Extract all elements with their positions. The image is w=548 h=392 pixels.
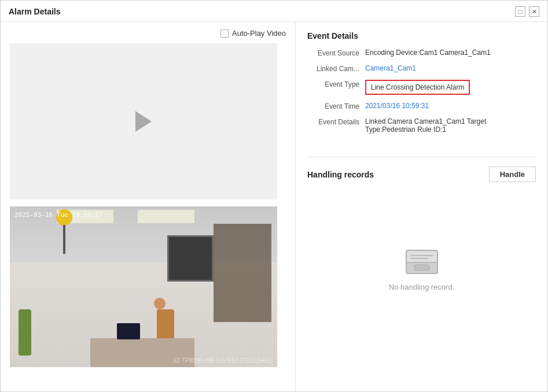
right-panel: Event Details Event Source Encoding Devi… <box>296 22 547 391</box>
play-icon <box>135 111 152 132</box>
video-placeholder[interactable] <box>10 43 277 199</box>
green-tank <box>19 309 31 356</box>
linked-cam-value: Camera1_Cam1 <box>365 64 536 72</box>
handle-button[interactable]: Handle <box>489 167 536 182</box>
minimize-button[interactable]: □ <box>515 6 525 17</box>
event-time-row: Event Time 2021/03/16 10:59:31 <box>307 102 536 110</box>
window-element <box>167 235 214 282</box>
inbox-icon <box>406 250 438 274</box>
alarm-details-window: Alarm Details □ ✕ Auto-Play Video <box>0 0 548 392</box>
content-area: Auto-Play Video <box>1 22 547 391</box>
event-details-table: Event Source Encoding Device:Cam1 Camera… <box>307 49 536 140</box>
svg-rect-2 <box>414 265 429 271</box>
close-button[interactable]: ✕ <box>529 6 539 17</box>
scene <box>10 206 277 367</box>
event-source-row: Event Source Encoding Device:Cam1 Camera… <box>307 49 536 57</box>
snapshot-watermark: S2-TP8090-HIA-IUS-N12 (T21515492) <box>173 357 273 364</box>
title-bar: Alarm Details □ ✕ <box>1 1 547 22</box>
no-record-text: No handling record. <box>389 283 454 291</box>
ceiling-light-2 <box>137 209 195 224</box>
autoplay-checkbox[interactable] <box>220 29 229 38</box>
camera-snapshot: 2021-03-16 Tue 10:59:27 S2-TP8090-HIA-IU… <box>10 206 277 367</box>
event-details-value: Linked Camera Camera1_Cam1 Target Type:P… <box>365 117 536 134</box>
event-source-value: Encoding Device:Cam1 Camera1_Cam1 <box>365 49 536 57</box>
event-type-value: Line Crossing Detection Alarm <box>365 80 470 95</box>
linked-cam-row: Linked Cam... Camera1_Cam1 <box>307 64 536 73</box>
monitor <box>117 323 140 339</box>
handling-header: Handling records Handle <box>307 167 536 182</box>
event-type-row: Event Type Line Crossing Detection Alarm <box>307 80 536 95</box>
window-controls: □ ✕ <box>515 6 539 17</box>
event-details-row: Event Details Linked Camera Camera1_Cam1… <box>307 117 536 134</box>
window-title: Alarm Details <box>9 7 60 16</box>
event-details-label: Event Details <box>307 117 365 126</box>
event-type-label: Event Type <box>307 80 365 88</box>
handling-records-title: Handling records <box>307 170 374 179</box>
autoplay-label: Auto-Play Video <box>232 29 286 38</box>
left-panel: Auto-Play Video <box>1 22 296 391</box>
linked-cam-label: Linked Cam... <box>307 64 365 73</box>
event-time-label: Event Time <box>307 102 365 110</box>
event-source-label: Event Source <box>307 49 365 57</box>
event-time-value: 2021/03/16 10:59:31 <box>365 102 429 110</box>
autoplay-row: Auto-Play Video <box>10 29 286 38</box>
event-details-title: Event Details <box>307 31 536 40</box>
no-record-icon <box>406 250 438 276</box>
hanging-line <box>63 225 65 254</box>
shelf-area <box>214 224 271 322</box>
no-record-area: No handling record. <box>307 194 536 382</box>
snapshot-timestamp: 2021-03-16 Tue 10:59:27 <box>14 211 102 219</box>
divider <box>307 157 536 157</box>
